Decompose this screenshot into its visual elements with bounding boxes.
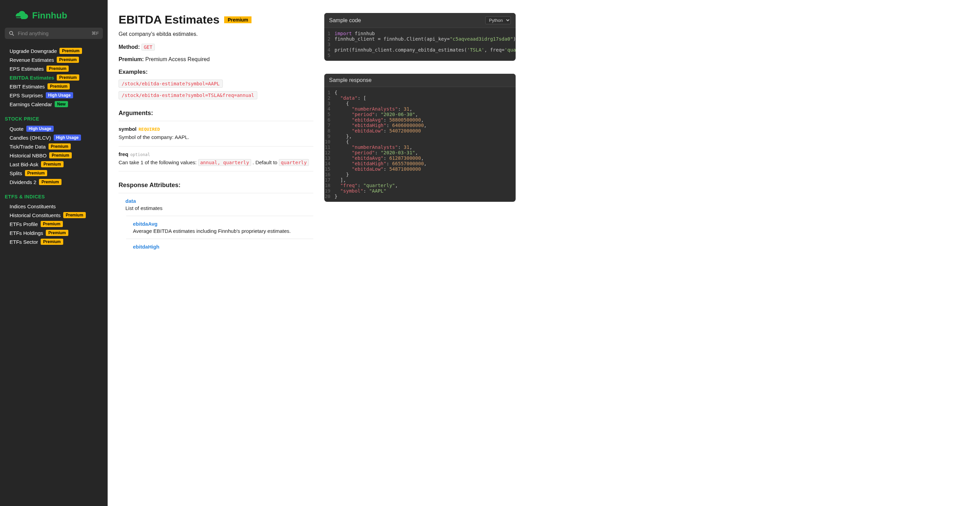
search-icon xyxy=(9,31,14,36)
sidebar-item[interactable]: Historical ConstituentsPremium xyxy=(5,211,103,219)
code-line: 19 "symbol": "AAPL" xyxy=(324,188,515,194)
sidebar-item[interactable]: SplitsPremium xyxy=(5,169,103,178)
code-line: 18 "freq": "quarterly", xyxy=(324,182,515,188)
title-badge: Premium xyxy=(224,16,251,23)
code-line: 6 "ebitdaAvg": 58800500000, xyxy=(324,117,515,122)
response-list: dataList of estimatesebitdaAvgAverage EB… xyxy=(119,193,313,254)
code-line: 3 { xyxy=(324,101,515,106)
sidebar-item[interactable]: ETFs HoldingsPremium xyxy=(5,228,103,237)
sidebar-item-label: Dividends 2 xyxy=(10,179,36,185)
badge: Premium xyxy=(41,239,63,245)
sidebar-item[interactable]: EBIT EstimatesPremium xyxy=(5,82,103,91)
sidebar-item[interactable]: Historical NBBOPremium xyxy=(5,151,103,160)
response-attr: ebitdaHigh xyxy=(126,239,313,254)
sidebar-item-label: Historical NBBO xyxy=(10,152,46,159)
nav-section-title: STOCK PRICE xyxy=(5,116,103,122)
sidebar-item-label: EBIT Estimates xyxy=(10,84,45,89)
language-select[interactable]: Python xyxy=(485,16,511,24)
sample-response-title: Sample response xyxy=(329,77,372,83)
premium-label: Premium: xyxy=(119,56,144,62)
badge: High Usage xyxy=(26,126,54,132)
sidebar-item[interactable]: Revenue EstimatesPremium xyxy=(5,55,103,64)
resp-desc: List of estimates xyxy=(126,205,313,211)
badge: Premium xyxy=(48,83,70,89)
code-line: 4 "numberAnalysts": 31, xyxy=(324,106,515,112)
sidebar-item-label: ETFs Profile xyxy=(10,221,38,227)
code-line: 20} xyxy=(324,194,515,199)
argument-block: symbolREQUIREDSymbol of the company: AAP… xyxy=(119,121,313,146)
code-line: 15 "ebitdaLow": 54871000000 xyxy=(324,166,515,172)
sidebar-item-label: ETFs Holdings xyxy=(10,230,43,236)
sidebar-item[interactable]: QuoteHigh Usage xyxy=(5,124,103,133)
sidebar-item[interactable]: Dividends 2Premium xyxy=(5,178,103,186)
sidebar-item[interactable]: Last Bid-AskPremium xyxy=(5,160,103,169)
code-line: 1import finnhub xyxy=(324,31,515,36)
svg-rect-0 xyxy=(16,16,21,17)
method-label: Method: xyxy=(119,44,140,50)
search-input[interactable] xyxy=(18,30,92,36)
method-value: GET xyxy=(142,44,155,51)
arg-name: freq xyxy=(119,151,128,157)
sample-code-body: 1import finnhub2finnhub_client = finnhub… xyxy=(324,28,515,61)
code-line: 16 } xyxy=(324,172,515,177)
sidebar-item-label: Splits xyxy=(10,170,22,176)
sample-code-panel: Sample code Python 1import finnhub2finnh… xyxy=(324,13,515,61)
badge: Premium xyxy=(46,65,69,72)
example-url[interactable]: /stock/ebitda-estimate?symbol=TSLA&freq=… xyxy=(119,91,257,99)
arg-tag: optional xyxy=(130,152,150,157)
sidebar-item[interactable]: Candles (OHLCV)High Usage xyxy=(5,133,103,142)
arg-name: symbol xyxy=(119,126,137,132)
code-line: 10 { xyxy=(324,139,515,144)
code-line: 8 "ebitdaLow": 54072000000 xyxy=(324,128,515,133)
badge: Premium xyxy=(25,170,47,176)
badge: High Usage xyxy=(54,135,81,141)
resp-name: ebitdaAvg xyxy=(133,221,313,227)
example-url[interactable]: /stock/ebitda-estimate?symbol=AAPL xyxy=(119,79,223,88)
badge: Premium xyxy=(41,221,63,227)
examples-label: Examples: xyxy=(119,69,313,75)
badge: Premium xyxy=(63,212,86,218)
code-line: 1{ xyxy=(324,90,515,95)
code-line: 12 "period": "2020-03-31", xyxy=(324,150,515,155)
sidebar-item-label: EBITDA Estimates xyxy=(10,75,54,81)
response-attr: dataList of estimates xyxy=(119,193,313,216)
nav-list: Upgrade DowngradePremiumRevenue Estimate… xyxy=(5,46,103,246)
badge: Premium xyxy=(41,161,63,167)
code-line: 17 ], xyxy=(324,177,515,182)
sidebar-item[interactable]: EBITDA EstimatesPremium xyxy=(5,73,103,82)
cloud-icon xyxy=(15,11,29,21)
code-line: 3 xyxy=(324,42,515,47)
sidebar-item[interactable]: ETFs ProfilePremium xyxy=(5,219,103,228)
badge: Premium xyxy=(39,179,61,185)
sidebar-item-label: Quote xyxy=(10,126,24,132)
arg-tag: REQUIRED xyxy=(139,127,160,132)
search-shortcut: ⌘F xyxy=(92,31,99,36)
badge: New xyxy=(55,101,68,107)
sidebar-item[interactable]: ETFs SectorPremium xyxy=(5,237,103,246)
arguments-label: Arguments: xyxy=(119,109,313,117)
sidebar-item[interactable]: Tick/Trade DataPremium xyxy=(5,142,103,151)
logo[interactable]: Finnhub xyxy=(5,7,103,28)
badge: Premium xyxy=(49,152,72,159)
sidebar-item-label: Historical Constituents xyxy=(10,213,60,218)
badge: Premium xyxy=(49,143,71,149)
svg-rect-1 xyxy=(16,18,21,19)
argument-block: freqoptionalCan take 1 of the following … xyxy=(119,146,313,171)
sample-response-body: 1{2 "data": [3 {4 "numberAnalysts": 31,5… xyxy=(324,87,515,202)
sidebar-item[interactable]: EPS SurprisesHigh Usage xyxy=(5,91,103,100)
badge: Premium xyxy=(57,75,79,81)
sidebar-item-label: Indices Constituents xyxy=(10,203,56,209)
sidebar-item[interactable]: Indices Constituents xyxy=(5,202,103,211)
search-box[interactable]: ⌘F xyxy=(5,28,103,39)
code-line: 2finnhub_client = finnhub.Client(api_key… xyxy=(324,36,515,42)
sidebar-item[interactable]: EPS EstimatesPremium xyxy=(5,64,103,73)
sidebar: Finnhub ⌘F Upgrade DowngradePremiumReven… xyxy=(0,0,108,506)
premium-value: Premium Access Required xyxy=(145,56,210,62)
resp-name: ebitdaHigh xyxy=(133,244,313,250)
sidebar-item[interactable]: Upgrade DowngradePremium xyxy=(5,46,103,55)
content: EBITDA Estimates Premium Get company's e… xyxy=(119,13,313,493)
sidebar-item-label: Last Bid-Ask xyxy=(10,162,38,167)
code-line: 2 "data": [ xyxy=(324,95,515,101)
sidebar-item-label: Tick/Trade Data xyxy=(10,144,46,149)
sidebar-item[interactable]: Earnings CalendarNew xyxy=(5,100,103,109)
